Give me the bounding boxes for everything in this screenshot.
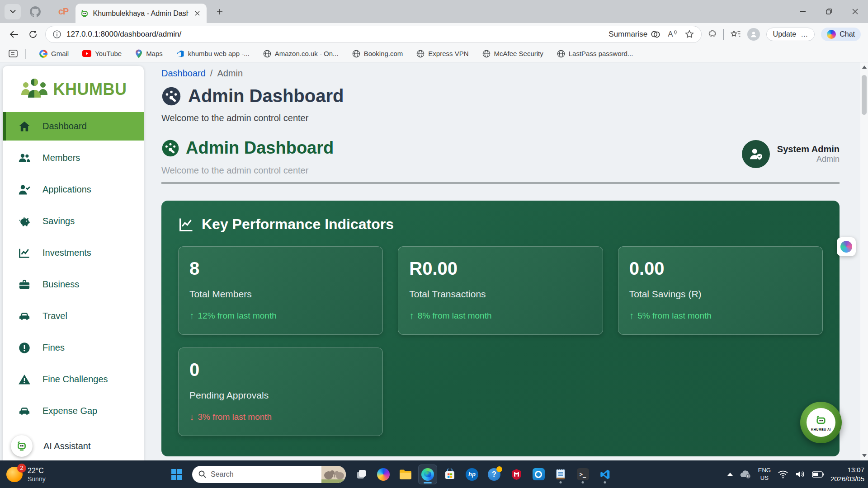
refresh-button[interactable] — [26, 28, 40, 41]
scroll-down-arrow-icon[interactable] — [862, 454, 867, 457]
tray-chevron-icon[interactable] — [727, 473, 733, 476]
new-tab-button[interactable] — [213, 5, 226, 19]
url-text[interactable]: 127.0.0.1:8000/dashboard/admin/ — [66, 30, 181, 39]
favorite-star-icon[interactable] — [685, 30, 694, 39]
site-info-icon[interactable] — [53, 30, 61, 38]
battery-icon[interactable] — [812, 471, 824, 478]
mcafee-button[interactable] — [507, 465, 526, 484]
scroll-up-arrow-icon[interactable] — [862, 66, 867, 69]
read-aloud-icon[interactable]: A — [668, 30, 677, 39]
wifi-icon[interactable] — [778, 470, 788, 479]
back-button[interactable] — [7, 28, 21, 41]
sidebar-item-business[interactable]: Business — [3, 270, 144, 299]
page-viewport: KHUMBU Dashboard Members Applications S — [0, 62, 868, 460]
minimize-button[interactable] — [789, 0, 816, 23]
sidebar-item-members[interactable]: Members — [3, 144, 144, 172]
sidebar-item-fines[interactable]: Fines — [3, 333, 144, 362]
globe-icon — [263, 50, 271, 58]
sun-icon: 2 — [6, 467, 23, 482]
copilot-app-button[interactable] — [374, 465, 393, 484]
arrow-down-icon: ↓ — [189, 412, 194, 422]
kpi-value: 0 — [189, 360, 372, 380]
file-explorer-button[interactable] — [396, 465, 415, 484]
close-button[interactable] — [842, 0, 868, 23]
pinned-tab-github[interactable] — [30, 6, 41, 17]
page-scrollbar[interactable] — [860, 62, 868, 460]
onedrive-paused-icon[interactable] — [740, 470, 751, 479]
kpi-trend: ↓3% from last month — [189, 412, 372, 422]
notepad-button[interactable] — [551, 465, 570, 484]
weather-widget[interactable]: 2 22°C Sunny — [6, 460, 46, 488]
start-button[interactable] — [167, 465, 186, 484]
volume-icon[interactable] — [795, 470, 805, 479]
sidebar-item-savings[interactable]: Savings — [3, 207, 144, 235]
vscode-button[interactable] — [595, 465, 614, 484]
kpi-label: Pending Approvals — [189, 390, 372, 401]
kpi-card-total-savings: 0.00 Total Savings (R) ↑5% from last mon… — [618, 246, 823, 335]
khumbu-ai-fab[interactable]: KHUMBU AI — [800, 402, 842, 443]
page-subtitle: Welcome to the admin control center — [161, 113, 308, 123]
logo-text: KHUMBU — [53, 80, 127, 99]
terminal-button[interactable]: >_ — [573, 465, 592, 484]
breadcrumb-dashboard-link[interactable]: Dashboard — [161, 68, 206, 78]
edge-button[interactable] — [418, 465, 437, 484]
bookmark-gmail[interactable]: Gmail — [39, 50, 69, 58]
user-info[interactable]: System Admin Admin — [742, 140, 840, 168]
bookmark-expressvpn[interactable]: Express VPN — [416, 50, 468, 58]
hp-icon: hp — [466, 468, 478, 481]
bookmark-booking[interactable]: Booking.com — [352, 50, 403, 58]
language-switcher[interactable]: ENG US — [758, 467, 771, 482]
taskbar-center: Search hp ? — [167, 460, 614, 488]
profile-avatar[interactable] — [747, 28, 760, 41]
gauge-icon — [161, 139, 179, 157]
bookmark-amazon[interactable]: Amazon.co.uk - On... — [263, 50, 339, 58]
users-icon — [18, 152, 31, 164]
bookmark-youtube[interactable]: YouTube — [82, 50, 122, 57]
kpi-label: Total Savings (R) — [629, 289, 811, 300]
sidebar-item-applications[interactable]: Applications — [3, 175, 144, 204]
tab-search-button[interactable] — [5, 4, 21, 19]
copilot-chat-button[interactable]: Chat — [821, 28, 861, 41]
pinned-tab-cpanel[interactable]: cP — [58, 6, 68, 17]
chevron-down-icon — [10, 9, 16, 14]
taskbar-search[interactable]: Search — [192, 466, 346, 483]
kpi-value: 8 — [189, 258, 372, 279]
sidebar-item-expense-gap[interactable]: Expense Gap — [3, 397, 144, 425]
summarise-button[interactable]: Summarise — [609, 29, 660, 39]
hp-button[interactable]: hp — [462, 465, 481, 484]
microsoft-store-button[interactable] — [440, 465, 459, 484]
tab-close-icon[interactable] — [192, 9, 202, 19]
sidebar-toggle-icon[interactable] — [6, 48, 20, 60]
favorites-list-icon[interactable] — [730, 29, 741, 39]
copilot-icon — [651, 29, 660, 39]
khumbu-ai-robot-icon — [11, 435, 33, 457]
sidebar-item-travel[interactable]: Travel — [3, 302, 144, 330]
briefcase-icon — [18, 278, 31, 291]
outlook-button[interactable] — [529, 465, 548, 484]
weather-temp: 22°C — [28, 466, 46, 475]
task-view-button[interactable] — [352, 465, 371, 484]
bookmark-maps[interactable]: Maps — [135, 49, 163, 58]
sidebar-item-ai-assistant[interactable]: AI Assistant — [3, 433, 144, 459]
active-tab[interactable]: Khumbulekhaya - Admin Dashboa — [75, 4, 207, 23]
gmail-icon — [39, 50, 47, 58]
window-controls — [789, 0, 868, 23]
extensions-puzzle-icon[interactable] — [707, 29, 717, 39]
update-button[interactable]: Update … — [766, 28, 815, 41]
sidebar-item-investments[interactable]: Investments — [3, 239, 144, 267]
get-help-button[interactable]: ? — [485, 465, 504, 484]
folder-icon — [399, 469, 412, 480]
extension-side-handle[interactable] — [837, 237, 856, 256]
bookmark-lastpass[interactable]: LastPass password... — [557, 50, 633, 58]
bookmark-mcafee[interactable]: McAfee Security — [482, 50, 543, 58]
taskbar-clock[interactable]: 13:07 2026/03/05 — [830, 465, 864, 483]
page-header: Admin Dashboard — [161, 86, 344, 106]
sidebar-item-fine-challenges[interactable]: Fine Challenges — [3, 365, 144, 394]
arrow-up-icon: ↑ — [629, 310, 634, 321]
restore-button[interactable] — [816, 0, 842, 23]
sidebar-item-dashboard[interactable]: Dashboard — [3, 112, 144, 141]
scrollbar-thumb[interactable] — [862, 75, 867, 115]
bookmark-khumbu-web-app[interactable]: khumbu web app -... — [176, 50, 250, 58]
url-bar[interactable]: 127.0.0.1:8000/dashboard/admin/ Summaris… — [45, 26, 702, 43]
kpi-panel: Key Performance Indicators 8 Total Membe… — [161, 201, 840, 456]
